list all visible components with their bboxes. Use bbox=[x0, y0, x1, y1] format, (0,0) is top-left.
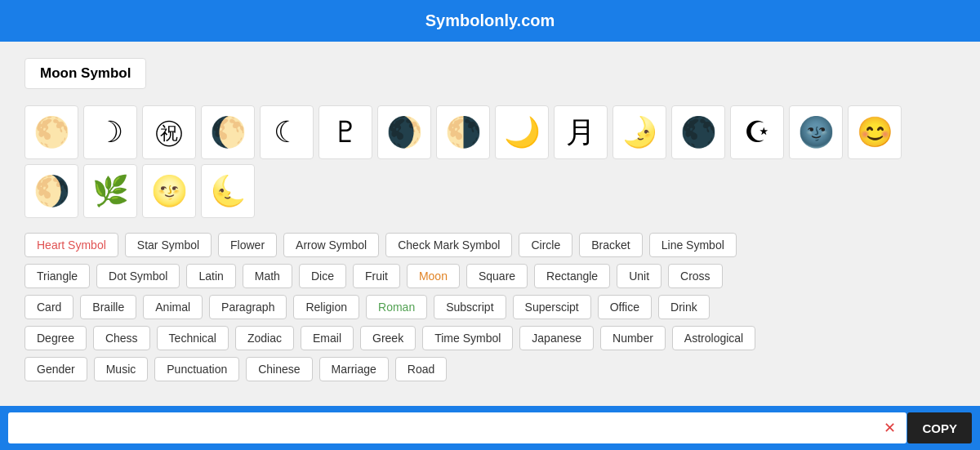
tag-fruit[interactable]: Fruit bbox=[353, 264, 400, 288]
symbol-cell[interactable]: ☪ bbox=[730, 105, 784, 159]
tag-dice[interactable]: Dice bbox=[299, 264, 346, 288]
main-content: Moon Symbol 🌕☽㊗🌔☾♇🌒🌗🌙月🌛🌑☪🌚😊🌖🌿🌝🌜 Heart Sy… bbox=[0, 42, 980, 398]
tag-rectangle[interactable]: Rectangle bbox=[534, 264, 610, 288]
tag-square[interactable]: Square bbox=[466, 264, 528, 288]
tag-greek[interactable]: Greek bbox=[360, 326, 416, 350]
tag-roman[interactable]: Roman bbox=[366, 295, 427, 319]
site-header: Symbolonly.com bbox=[0, 0, 980, 42]
tag-star-symbol[interactable]: Star Symbol bbox=[125, 233, 212, 257]
tag-email[interactable]: Email bbox=[301, 326, 354, 350]
symbol-cell[interactable]: 🌖 bbox=[24, 164, 78, 218]
tag-dot-symbol[interactable]: Dot Symbol bbox=[96, 264, 180, 288]
tag-astrological[interactable]: Astrological bbox=[672, 326, 755, 350]
tag-office[interactable]: Office bbox=[598, 295, 652, 319]
tag-cross[interactable]: Cross bbox=[668, 264, 723, 288]
tag-arrow-symbol[interactable]: Arrow Symbol bbox=[283, 233, 379, 257]
tag-gender[interactable]: Gender bbox=[24, 357, 87, 381]
tag-technical[interactable]: Technical bbox=[157, 326, 229, 350]
site-title: Symbolonly.com bbox=[425, 11, 555, 29]
tag-paragraph[interactable]: Paragraph bbox=[209, 295, 287, 319]
symbols-grid: 🌕☽㊗🌔☾♇🌒🌗🌙月🌛🌑☪🌚😊🌖🌿🌝🌜 bbox=[24, 105, 956, 218]
symbol-cell[interactable]: 🌙 bbox=[495, 105, 549, 159]
tag-unit[interactable]: Unit bbox=[617, 264, 662, 288]
symbol-cell[interactable]: 🌗 bbox=[436, 105, 490, 159]
symbol-cell[interactable]: 🌑 bbox=[671, 105, 725, 159]
tag-chinese[interactable]: Chinese bbox=[246, 357, 312, 381]
tag-heart-symbol[interactable]: Heart Symbol bbox=[24, 233, 118, 257]
tags-section: Heart SymbolStar SymbolFlowerArrow Symbo… bbox=[24, 233, 760, 381]
tag-degree[interactable]: Degree bbox=[24, 326, 87, 350]
tag-music[interactable]: Music bbox=[94, 357, 149, 381]
tag-number[interactable]: Number bbox=[600, 326, 666, 350]
tag-punctuation[interactable]: Punctuation bbox=[154, 357, 239, 381]
symbol-cell[interactable]: 🌜 bbox=[201, 164, 255, 218]
tag-animal[interactable]: Animal bbox=[143, 295, 203, 319]
symbol-cell[interactable]: 🌒 bbox=[377, 105, 431, 159]
tag-moon[interactable]: Moon bbox=[407, 264, 460, 288]
symbol-cell[interactable]: ☾ bbox=[260, 105, 314, 159]
tag-superscipt[interactable]: Superscipt bbox=[513, 295, 591, 319]
tag-latin[interactable]: Latin bbox=[186, 264, 235, 288]
tag-road[interactable]: Road bbox=[395, 357, 447, 381]
tag-card[interactable]: Card bbox=[24, 295, 74, 319]
tag-drink[interactable]: Drink bbox=[658, 295, 710, 319]
symbol-cell[interactable]: ☽ bbox=[83, 105, 137, 159]
tag-flower[interactable]: Flower bbox=[218, 233, 277, 257]
tag-circle[interactable]: Circle bbox=[519, 233, 572, 257]
tag-religion[interactable]: Religion bbox=[293, 295, 359, 319]
symbol-cell[interactable]: 🌿 bbox=[83, 164, 137, 218]
tag-subscript[interactable]: Subscript bbox=[434, 295, 506, 319]
page-title: Moon Symbol bbox=[24, 58, 146, 89]
tag-japanese[interactable]: Japanese bbox=[519, 326, 594, 350]
tag-bracket[interactable]: Bracket bbox=[579, 233, 642, 257]
symbol-cell[interactable]: 🌔 bbox=[201, 105, 255, 159]
tag-triangle[interactable]: Triangle bbox=[24, 264, 90, 288]
tag-braille[interactable]: Braille bbox=[80, 295, 136, 319]
symbol-cell[interactable]: 🌝 bbox=[142, 164, 196, 218]
tag-line-symbol[interactable]: Line Symbol bbox=[649, 233, 737, 257]
tag-time-symbol[interactable]: Time Symbol bbox=[422, 326, 513, 350]
symbol-cell[interactable]: 🌚 bbox=[789, 105, 843, 159]
symbol-cell[interactable]: 😊 bbox=[848, 105, 902, 159]
symbol-cell[interactable]: 🌛 bbox=[612, 105, 666, 159]
symbol-cell[interactable]: ㊗ bbox=[142, 105, 196, 159]
tag-check-mark-symbol[interactable]: Check Mark Symbol bbox=[385, 233, 512, 257]
tag-math[interactable]: Math bbox=[243, 264, 292, 288]
symbol-cell[interactable]: 🌕 bbox=[24, 105, 78, 159]
tag-chess[interactable]: Chess bbox=[93, 326, 150, 350]
tag-zodiac[interactable]: Zodiac bbox=[235, 326, 294, 350]
symbol-cell[interactable]: 月 bbox=[554, 105, 608, 159]
tag-marriage[interactable]: Marriage bbox=[319, 357, 389, 381]
symbol-cell[interactable]: ♇ bbox=[318, 105, 372, 159]
